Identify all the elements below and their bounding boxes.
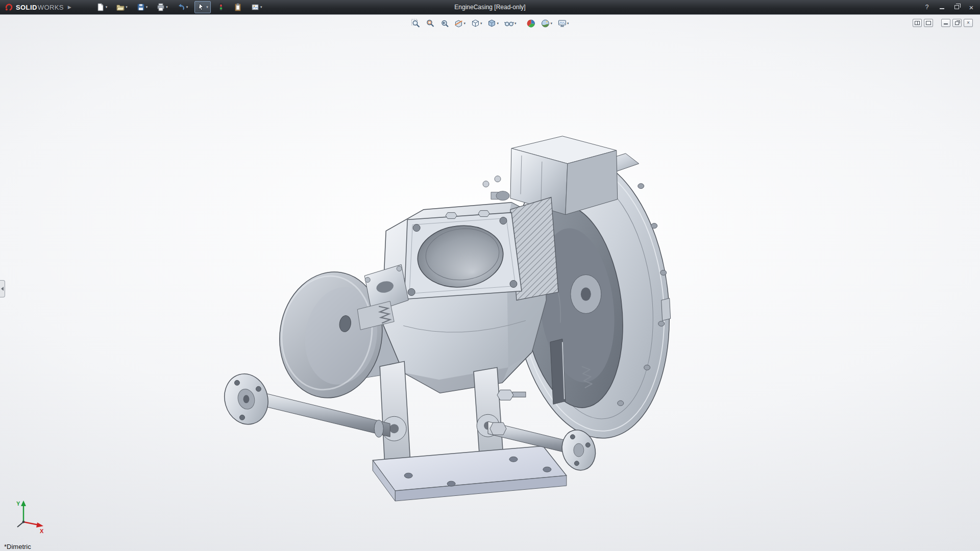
solidworks-window: SOLIDWORKS ▶ ▾ ▾ ▾ — [0, 0, 980, 551]
support-arm-left[interactable] — [380, 361, 410, 469]
save-button[interactable]: ▾ — [134, 1, 151, 13]
document-title: EngineCasing [Read-only] — [454, 4, 525, 11]
pin-fastener[interactable] — [497, 390, 526, 400]
restore-icon — [954, 5, 959, 9]
reference-triad: Y X — [10, 498, 48, 534]
open-folder-icon — [116, 3, 125, 11]
clipboard-icon — [234, 3, 242, 11]
brand-works: WORKS — [38, 4, 64, 11]
save-floppy-icon — [137, 3, 145, 11]
window-controls: ? × — [923, 0, 975, 14]
brand-solid: SOLID — [16, 4, 37, 11]
panel-collapse-tab[interactable] — [0, 280, 5, 297]
rebuild-stoplight-icon — [217, 3, 225, 11]
minimize-button[interactable] — [938, 5, 945, 9]
triad-x-arrow — [36, 522, 43, 528]
options-image-icon — [251, 3, 259, 11]
view-orientation-label: *Dimetric — [4, 543, 31, 550]
solidworks-logo-icon — [4, 3, 13, 12]
minimize-icon — [940, 5, 944, 9]
rebuild-button[interactable] — [215, 1, 227, 13]
select-tool-button[interactable]: ▾ — [194, 1, 211, 13]
select-cursor-icon — [197, 3, 205, 11]
triad-y-label: Y — [16, 500, 20, 507]
new-document-caret[interactable]: ▾ — [106, 5, 108, 9]
collapse-arrow-icon — [1, 287, 4, 291]
brand-expand-arrow[interactable]: ▶ — [68, 5, 71, 10]
select-tool-caret[interactable]: ▾ — [206, 5, 208, 9]
restore-button[interactable] — [953, 5, 960, 9]
engine-casing-model[interactable] — [0, 15, 980, 551]
triad-y-arrow — [21, 500, 26, 506]
triad-x-label: X — [40, 528, 44, 534]
app-brand: SOLIDWORKS ▶ — [0, 0, 76, 14]
triad-origin — [22, 521, 25, 523]
undo-icon — [177, 3, 185, 11]
print-icon — [157, 3, 165, 11]
undo-button[interactable]: ▾ — [175, 1, 191, 13]
carb-flange[interactable] — [404, 211, 522, 299]
open-caret[interactable]: ▾ — [126, 5, 128, 9]
print-button[interactable]: ▾ — [154, 1, 170, 13]
help-button[interactable]: ? — [923, 4, 930, 10]
edit-task-button[interactable] — [231, 1, 244, 13]
new-document-button[interactable]: ▾ — [94, 1, 110, 13]
titlebar: SOLIDWORKS ▶ ▾ ▾ ▾ — [0, 0, 980, 14]
graphics-viewport[interactable]: ▾ ▾ ▾ ▾ — [0, 14, 980, 551]
options-button[interactable]: ▾ — [249, 1, 265, 13]
options-caret[interactable]: ▾ — [260, 5, 262, 9]
titlebar-toolbar: ▾ ▾ ▾ ▾ — [94, 1, 265, 13]
close-button[interactable]: × — [968, 4, 975, 11]
undo-caret[interactable]: ▾ — [186, 5, 188, 9]
print-caret[interactable]: ▾ — [166, 5, 168, 9]
new-document-icon — [96, 3, 105, 11]
save-caret[interactable]: ▾ — [146, 5, 148, 9]
open-button[interactable]: ▾ — [114, 1, 130, 13]
